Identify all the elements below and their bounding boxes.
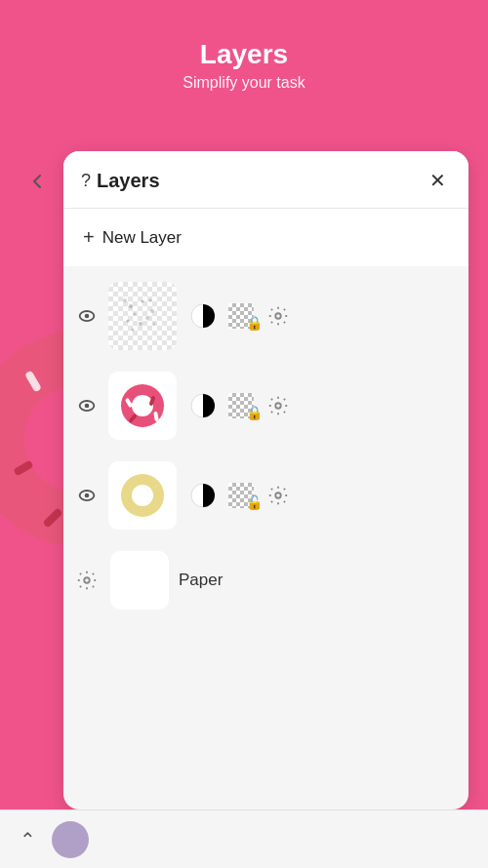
svg-point-9 bbox=[85, 314, 90, 319]
layer-row: 🔓 bbox=[63, 454, 468, 537]
svg-point-40 bbox=[275, 493, 281, 498]
svg-point-17 bbox=[145, 316, 149, 320]
lock-icon: 🔒 bbox=[246, 315, 263, 331]
svg-point-41 bbox=[84, 577, 90, 583]
svg-point-22 bbox=[275, 313, 281, 319]
svg-point-27 bbox=[132, 395, 153, 416]
blend-mode-button[interactable] bbox=[188, 301, 218, 331]
svg-rect-4 bbox=[42, 507, 62, 528]
layers-panel: ? Layers ✕ + New Layer bbox=[63, 151, 468, 809]
layer-thumbnail[interactable] bbox=[108, 372, 177, 440]
layer-thumbnail[interactable] bbox=[108, 282, 177, 350]
svg-point-19 bbox=[149, 299, 152, 302]
visibility-toggle[interactable] bbox=[73, 302, 101, 330]
alpha-lock-button[interactable]: 🔒 bbox=[224, 393, 259, 418]
paper-label: Paper bbox=[179, 571, 223, 590]
blend-mode-button[interactable] bbox=[188, 391, 218, 420]
layer-controls: 🔒 bbox=[188, 391, 292, 420]
svg-point-14 bbox=[139, 322, 142, 326]
layer-settings-button[interactable] bbox=[264, 482, 292, 509]
close-button[interactable]: ✕ bbox=[424, 167, 451, 194]
layer-thumbnail[interactable] bbox=[108, 461, 177, 530]
visibility-toggle[interactable] bbox=[73, 392, 101, 419]
bottom-bar: ⌃ bbox=[0, 809, 488, 868]
blend-mode-button[interactable] bbox=[188, 481, 218, 510]
avatar[interactable] bbox=[52, 821, 89, 858]
svg-point-15 bbox=[153, 323, 156, 326]
visibility-toggle[interactable] bbox=[73, 482, 101, 509]
svg-point-20 bbox=[123, 298, 127, 302]
help-icon[interactable]: ? bbox=[81, 171, 91, 191]
svg-point-10 bbox=[129, 304, 133, 308]
layer-settings-button[interactable] bbox=[264, 392, 292, 419]
back-button[interactable] bbox=[20, 164, 55, 199]
page-subtitle: Simplify your task bbox=[20, 74, 468, 92]
svg-point-13 bbox=[127, 320, 130, 323]
alpha-lock-button[interactable]: 🔓 bbox=[224, 483, 259, 508]
page-title: Layers bbox=[20, 39, 468, 70]
svg-point-12 bbox=[150, 309, 154, 313]
svg-point-38 bbox=[132, 485, 153, 506]
new-layer-button[interactable]: + New Layer bbox=[63, 209, 468, 266]
paper-row: Paper bbox=[63, 543, 468, 617]
lock-icon: 🔓 bbox=[246, 494, 263, 510]
layer-row: 🔒 bbox=[63, 274, 468, 358]
new-layer-label: New Layer bbox=[102, 228, 182, 248]
svg-point-11 bbox=[142, 300, 144, 303]
svg-point-16 bbox=[134, 313, 137, 316]
svg-point-24 bbox=[85, 404, 90, 409]
svg-point-33 bbox=[275, 403, 281, 409]
layer-row: 🔒 bbox=[63, 364, 468, 448]
lock-icon: 🔒 bbox=[246, 405, 263, 420]
panel-title: Layers bbox=[97, 170, 160, 192]
layer-controls: 🔒 bbox=[188, 301, 292, 331]
svg-point-18 bbox=[132, 329, 135, 332]
title-group: ? Layers bbox=[81, 170, 160, 192]
alpha-lock-button[interactable]: 🔒 bbox=[224, 303, 259, 329]
paper-thumbnail[interactable] bbox=[110, 551, 169, 610]
panel-content: + New Layer bbox=[63, 209, 468, 809]
layer-settings-button[interactable] bbox=[264, 302, 292, 330]
svg-rect-2 bbox=[24, 370, 42, 392]
header: Layers Simplify your task bbox=[0, 0, 488, 111]
svg-rect-6 bbox=[13, 460, 33, 477]
panel-header: ? Layers ✕ bbox=[63, 151, 468, 209]
paper-settings-button[interactable] bbox=[73, 567, 101, 594]
plus-icon: + bbox=[83, 226, 95, 249]
layer-controls: 🔓 bbox=[188, 481, 292, 510]
collapse-button[interactable]: ⌃ bbox=[20, 828, 36, 851]
svg-point-35 bbox=[85, 493, 90, 498]
